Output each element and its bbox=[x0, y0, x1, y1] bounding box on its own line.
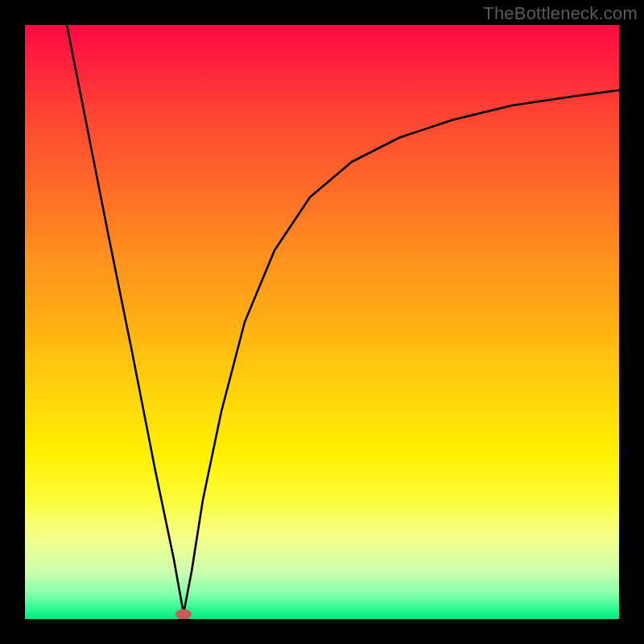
chart-frame: TheBottleneck.com bbox=[0, 0, 644, 644]
bottleneck-curve bbox=[67, 25, 619, 613]
curve-layer bbox=[25, 25, 619, 619]
watermark-text: TheBottleneck.com bbox=[483, 3, 638, 24]
optimum-marker bbox=[175, 609, 192, 620]
plot-area bbox=[25, 25, 619, 619]
